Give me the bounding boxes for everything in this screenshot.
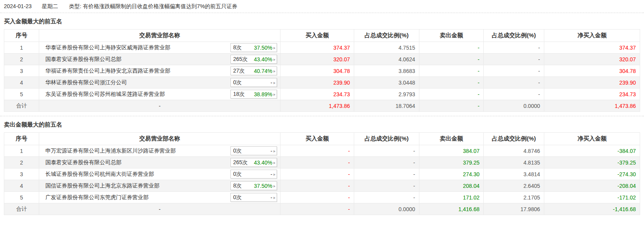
table-row: 1华泰证券股份有限公司上海静安区威海路证券营业部8次37.50%▸374.374… <box>4 42 640 54</box>
cell-buy-amount: - <box>280 157 354 168</box>
lhb-count-badge[interactable]: 0次-▸ <box>230 146 277 155</box>
win-rate-label: - <box>270 80 272 86</box>
cell-rank: 3 <box>4 168 39 180</box>
cell-branch: 华福证券有限责任公司上海静安北京西路证券营业部27次40.74%▸ <box>39 65 280 77</box>
lhb-count-badge[interactable]: 8次37.50%▸ <box>230 181 277 190</box>
win-rate-label: 43.40% <box>254 56 272 62</box>
col-header-4: 卖出金额 <box>419 29 484 42</box>
cell-buy-ratio: 3.8683 <box>354 65 419 77</box>
cell-branch: 华林证券股份有限公司浙江分公司0次-▸ <box>39 77 280 88</box>
sell-section: 卖出金额最大的前五名 序号交易营业部名称买入金额占总成交比例(%)卖出金额占总成… <box>0 116 644 215</box>
cell-branch: 广发证券股份有限公司东莞虎门证券营业部0次-▸ <box>39 192 280 203</box>
lhb-count-badge[interactable]: 18次38.89%▸ <box>230 90 277 99</box>
cell-buy-ratio: 2.9793 <box>354 88 419 100</box>
cell-rank: 5 <box>4 192 39 203</box>
col-header-4: 卖出金额 <box>419 133 484 145</box>
cell-sell-ratio: 4.8135 <box>484 157 544 168</box>
win-rate-label: 40.74% <box>254 68 272 74</box>
branch-name: 华泰证券股份有限公司上海静安区威海路证券营业部 <box>45 44 230 51</box>
cell-sell-amount: - <box>419 77 484 88</box>
cell-sell-amount: - <box>419 65 484 77</box>
win-rate-label: 37.50% <box>254 183 272 189</box>
branch-name: 国泰君安证券股份有限公司总部 <box>45 56 230 63</box>
lhb-times-label: 265次 <box>233 56 248 63</box>
cell-sell-ratio: 2.6405 <box>484 180 544 192</box>
branch-name: 长城证券股份有限公司杭州南大街证券营业部 <box>45 171 230 178</box>
cell-net-amount: -379.25 <box>544 157 640 168</box>
cell-buy-ratio: - <box>354 180 419 192</box>
cell-sell-amount: 274.30 <box>419 168 484 180</box>
branch-name: 申万宏源证券有限公司上海浦东新区川沙路证券营业部 <box>45 147 230 154</box>
cell-net-amount: 320.07 <box>544 54 640 65</box>
cell-sell-amount: 379.25 <box>419 157 484 168</box>
cell-rank: 1 <box>4 42 39 54</box>
cell-sell-amount: - <box>419 54 484 65</box>
cell-buy-ratio: 18.7064 <box>354 100 419 112</box>
table-row: 5广发证券股份有限公司东莞虎门证券营业部0次-▸--171.022.1705-1… <box>4 192 640 203</box>
lhb-count-badge[interactable]: 0次-▸ <box>230 78 277 87</box>
lhb-times-label: 8次 <box>233 182 242 189</box>
cell-rank: 合计 <box>4 100 39 112</box>
cell-buy-ratio: - <box>354 192 419 203</box>
cell-branch: 申万宏源证券有限公司上海浦东新区川沙路证券营业部0次-▸ <box>39 145 280 157</box>
buy-section-title: 买入金额最大的前五名 <box>0 13 644 29</box>
cell-branch: - <box>39 100 280 112</box>
branch-name: 华福证券有限责任公司上海静安北京西路证券营业部 <box>45 68 230 75</box>
cell-branch: 国泰君安证券股份有限公司总部265次43.40%▸ <box>39 54 280 65</box>
cell-buy-amount: 239.90 <box>280 77 354 88</box>
branch-name: 国泰君安证券股份有限公司总部 <box>45 159 230 166</box>
cell-sell-ratio: 0.0000 <box>484 100 544 112</box>
cell-buy-amount: - <box>280 192 354 203</box>
col-header-1: 交易营业部名称 <box>39 133 280 145</box>
lhb-count-badge[interactable]: 265次43.40%▸ <box>230 55 277 64</box>
chevron-right-icon: ▸ <box>274 195 275 200</box>
cell-rank: 合计 <box>4 203 39 215</box>
sell-table: 序号交易营业部名称买入金额占总成交比例(%)卖出金额占总成交比例(%)净买入金额… <box>4 132 640 215</box>
cell-sell-ratio: - <box>484 88 544 100</box>
cell-buy-amount: 234.73 <box>280 88 354 100</box>
lhb-count-badge[interactable]: 265次43.40%▸ <box>230 158 277 167</box>
buy-header-row: 序号交易营业部名称买入金额占总成交比例(%)卖出金额占总成交比例(%)净买入金额 <box>4 29 640 42</box>
cell-branch: 长城证券股份有限公司杭州南大街证券营业部0次-▸ <box>39 168 280 180</box>
sell-header-row: 序号交易营业部名称买入金额占总成交比例(%)卖出金额占总成交比例(%)净买入金额 <box>4 133 640 145</box>
branch-name: 国信证券股份有限公司上海北京东路证券营业部 <box>45 182 230 189</box>
cell-buy-ratio: - <box>354 157 419 168</box>
cell-buy-ratio: 4.0624 <box>354 54 419 65</box>
cell-sell-ratio: 17.9806 <box>484 203 544 215</box>
buy-section: 买入金额最大的前五名 序号交易营业部名称买入金额占总成交比例(%)卖出金额占总成… <box>0 12 644 112</box>
lhb-count-badge[interactable]: 8次37.50%▸ <box>230 43 277 52</box>
cell-sell-ratio: 4.8746 <box>484 145 544 157</box>
lhb-times-label: 0次 <box>233 79 242 86</box>
total-row: 合计--0.00001,416.6817.9806-1,416.68 <box>4 203 640 215</box>
win-rate-label: - <box>270 148 272 154</box>
chevron-right-icon: ▸ <box>274 160 275 165</box>
cell-buy-amount: - <box>280 180 354 192</box>
list-type-description: 类型: 有价格涨跌幅限制的日收盘价格涨幅偏离值达到7%的前五只证券 <box>69 3 237 9</box>
cell-buy-amount: - <box>280 145 354 157</box>
total-row: 合计-1,473.8618.7064-0.00001,473.86 <box>4 100 640 112</box>
cell-net-amount: -171.02 <box>544 192 640 203</box>
chevron-right-icon: ▸ <box>274 57 275 62</box>
lhb-times-label: 18次 <box>233 91 245 98</box>
cell-sell-ratio: - <box>484 77 544 88</box>
chevron-right-icon: ▸ <box>274 172 275 177</box>
chevron-right-icon: ▸ <box>274 68 275 73</box>
cell-buy-amount: 320.07 <box>280 54 354 65</box>
branch-name: 东吴证券股份有限公司苏州相城采莲路证券营业部 <box>45 91 230 98</box>
lhb-count-badge[interactable]: 27次40.74%▸ <box>230 66 277 75</box>
buy-table: 序号交易营业部名称买入金额占总成交比例(%)卖出金额占总成交比例(%)净买入金额… <box>4 29 640 112</box>
cell-branch: 国泰君安证券股份有限公司总部265次43.40%▸ <box>39 157 280 168</box>
col-header-3: 占总成交比例(%) <box>354 29 419 42</box>
cell-rank: 1 <box>4 145 39 157</box>
col-header-3: 占总成交比例(%) <box>354 133 419 145</box>
table-row: 2国泰君安证券股份有限公司总部265次43.40%▸320.074.0624--… <box>4 54 640 65</box>
table-row: 4国信证券股份有限公司上海北京东路证券营业部8次37.50%▸--208.042… <box>4 180 640 192</box>
chevron-right-icon: ▸ <box>274 148 275 153</box>
cell-net-amount: 1,473.86 <box>544 100 640 112</box>
lhb-count-badge[interactable]: 0次-▸ <box>230 193 277 202</box>
lhb-count-badge[interactable]: 0次-▸ <box>230 170 277 179</box>
table-row: 5东吴证券股份有限公司苏州相城采莲路证券营业部18次38.89%▸234.732… <box>4 88 640 100</box>
cell-rank: 4 <box>4 180 39 192</box>
cell-net-amount: 234.73 <box>544 88 640 100</box>
cell-sell-amount: 1,416.68 <box>419 203 484 215</box>
